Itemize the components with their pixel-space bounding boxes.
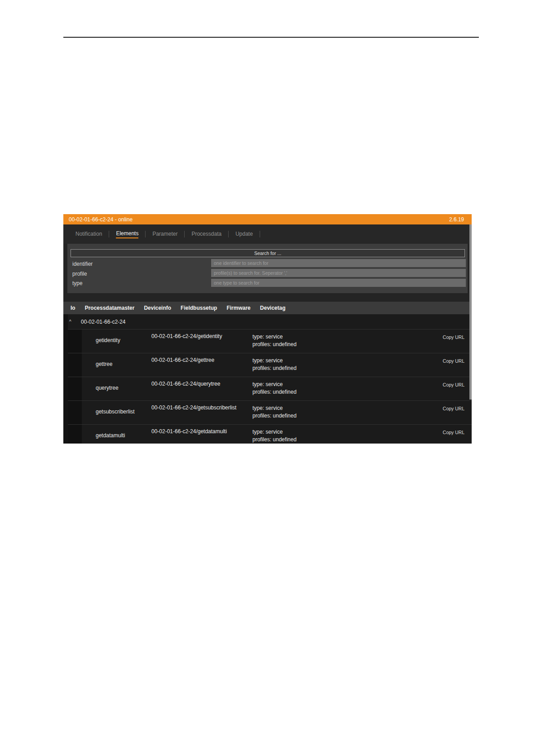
scrollbar-thumb[interactable] — [469, 224, 472, 400]
element-name: getidentity — [96, 337, 120, 343]
table-row: getidentity 00-02-01-66-c2-24/getidentit… — [68, 330, 472, 353]
element-tree: ^ 00-02-01-66-c2-24 getidentity 00-02-01… — [63, 314, 472, 444]
subtab-firmware[interactable]: Firmware — [226, 305, 250, 311]
tab-update[interactable]: Update — [235, 231, 253, 238]
title-bar: 00-02-01-66-c2-24 - online 2.6.19 — [63, 214, 472, 224]
subtab-devicetag[interactable]: Devicetag — [260, 305, 286, 311]
table-row: getdatamulti 00-02-01-66-c2-24/getdatamu… — [68, 425, 472, 444]
profile-input[interactable] — [211, 269, 466, 277]
element-meta: type: service profiles: undefined — [252, 381, 296, 396]
row-indent — [68, 401, 82, 424]
element-name: gettree — [96, 361, 112, 367]
copy-url-button[interactable]: Copy URL — [443, 430, 464, 435]
table-row: querytree 00-02-01-66-c2-24/querytree ty… — [68, 377, 472, 401]
tree-root-label: 00-02-01-66-c2-24 — [81, 319, 125, 325]
element-profiles: profiles: undefined — [252, 436, 296, 444]
nav-separator — [109, 231, 109, 237]
element-profiles: profiles: undefined — [252, 388, 296, 396]
element-name: getdatamulti — [96, 432, 125, 439]
identifier-input[interactable] — [211, 259, 466, 267]
copy-url-button[interactable]: Copy URL — [443, 334, 464, 340]
element-type: type: service — [252, 357, 296, 365]
element-profiles: profiles: undefined — [252, 341, 296, 348]
nav-separator — [184, 231, 185, 237]
tab-parameter[interactable]: Parameter — [152, 231, 177, 238]
app-window: 00-02-01-66-c2-24 - online 2.6.19 Notifi… — [63, 214, 472, 444]
table-row: gettree 00-02-01-66-c2-24/gettree type: … — [68, 353, 472, 377]
copy-url-button[interactable]: Copy URL — [443, 382, 464, 387]
type-label: type — [72, 279, 83, 287]
copy-url-button[interactable]: Copy URL — [443, 358, 464, 364]
element-meta: type: service profiles: undefined — [252, 357, 296, 372]
tab-processdata[interactable]: Processdata — [191, 231, 221, 238]
main-nav: Notification Elements Parameter Processd… — [63, 224, 472, 244]
identifier-label: identifier — [72, 260, 93, 268]
search-button[interactable]: Search for ... — [71, 249, 465, 257]
nav-separator — [228, 231, 229, 237]
subtab-fieldbussetup[interactable]: Fieldbussetup — [181, 305, 217, 311]
page-divider — [63, 37, 479, 38]
tab-notification[interactable]: Notification — [75, 231, 102, 238]
row-indent — [68, 377, 82, 400]
element-path: 00-02-01-66-c2-24/gettree — [151, 357, 214, 363]
element-name: getsubscriberlist — [96, 409, 135, 415]
element-meta: type: service profiles: undefined — [252, 428, 296, 444]
subtab-io[interactable]: Io — [71, 305, 75, 311]
element-name: querytree — [96, 385, 119, 391]
element-path: 00-02-01-66-c2-24/getidentity — [151, 333, 222, 339]
profile-label: profile — [72, 270, 87, 278]
row-indent — [68, 330, 82, 353]
search-panel: Search for ... identifier profile type — [67, 244, 468, 293]
copy-url-button[interactable]: Copy URL — [443, 406, 464, 411]
element-path: 00-02-01-66-c2-24/querytree — [151, 381, 220, 387]
element-type: type: service — [252, 404, 296, 412]
element-meta: type: service profiles: undefined — [252, 404, 296, 420]
row-indent — [68, 353, 82, 377]
element-path: 00-02-01-66-c2-24/getsubscriberlist — [151, 404, 236, 411]
tab-elements[interactable]: Elements — [116, 230, 138, 238]
type-input[interactable] — [211, 279, 466, 287]
device-status-title: 00-02-01-66-c2-24 - online — [69, 216, 133, 223]
app-version: 2.6.19 — [449, 216, 464, 223]
subtab-processdatamaster[interactable]: Processdatamaster — [85, 305, 135, 311]
element-type: type: service — [252, 381, 296, 388]
collapse-icon[interactable]: ^ — [69, 320, 75, 324]
element-meta: type: service profiles: undefined — [252, 333, 296, 348]
element-category-tabs: Io Processdatamaster Deviceinfo Fieldbus… — [63, 302, 472, 314]
element-type: type: service — [252, 333, 296, 341]
nav-separator — [145, 231, 146, 237]
tree-root-row[interactable]: ^ 00-02-01-66-c2-24 — [68, 314, 472, 330]
table-row: getsubscriberlist 00-02-01-66-c2-24/gets… — [68, 401, 472, 425]
element-type: type: service — [252, 428, 296, 436]
row-indent — [68, 425, 82, 444]
nav-separator — [260, 231, 260, 237]
element-profiles: profiles: undefined — [252, 412, 296, 420]
element-profiles: profiles: undefined — [252, 365, 296, 372]
element-path: 00-02-01-66-c2-24/getdatamulti — [151, 428, 227, 435]
subtab-deviceinfo[interactable]: Deviceinfo — [144, 305, 171, 311]
